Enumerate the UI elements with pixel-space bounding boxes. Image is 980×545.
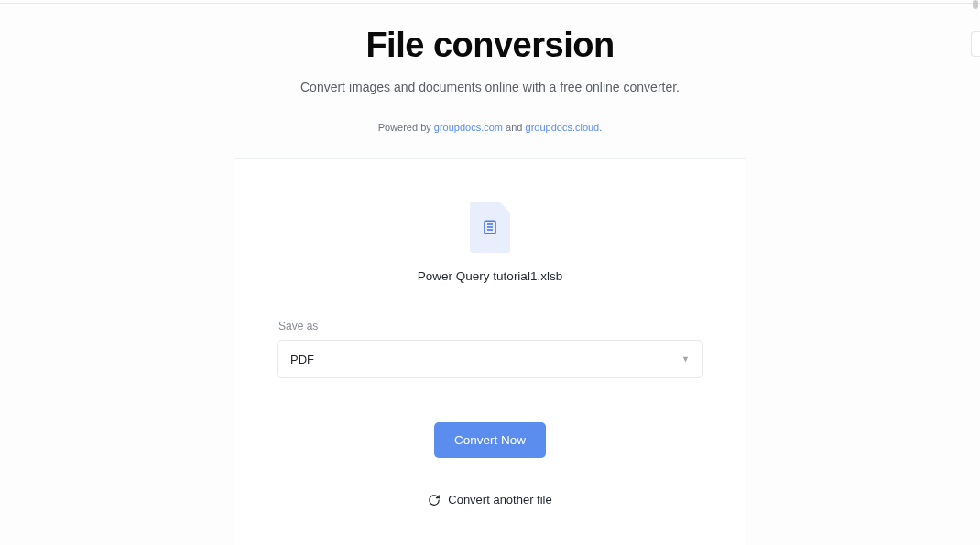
conversion-card: Power Query tutorial1.xlsb Save as PDF ▼… <box>234 158 746 545</box>
format-selected-value: PDF <box>290 353 314 366</box>
convert-another-label: Convert another file <box>448 493 551 507</box>
powered-suffix: . <box>599 122 602 133</box>
refresh-icon <box>428 494 441 507</box>
powered-link-groupdocs-cloud[interactable]: groupdocs.cloud <box>526 122 600 133</box>
format-select[interactable]: PDF ▼ <box>277 340 703 378</box>
powered-link-groupdocs-com[interactable]: groupdocs.com <box>434 122 503 133</box>
file-icon <box>470 202 510 253</box>
powered-and: and <box>503 122 525 133</box>
page-title: File conversion <box>365 26 614 65</box>
powered-prefix: Powered by <box>378 122 434 133</box>
save-as-label: Save as <box>277 320 318 332</box>
main-container: File conversion Convert images and docum… <box>0 0 980 545</box>
side-tab[interactable] <box>971 31 980 57</box>
document-icon <box>482 219 498 235</box>
convert-another-link[interactable]: Convert another file <box>428 493 551 507</box>
file-name: Power Query tutorial1.xlsb <box>418 269 562 283</box>
save-as-field: Save as PDF ▼ <box>277 320 703 422</box>
chevron-down-icon: ▼ <box>681 354 690 364</box>
powered-by-line: Powered by groupdocs.com and groupdocs.c… <box>378 122 603 133</box>
scrollbar-thumb[interactable] <box>973 0 978 9</box>
top-divider <box>0 3 980 4</box>
page-subtitle: Convert images and documents online with… <box>300 80 680 94</box>
convert-now-button[interactable]: Convert Now <box>434 422 546 458</box>
